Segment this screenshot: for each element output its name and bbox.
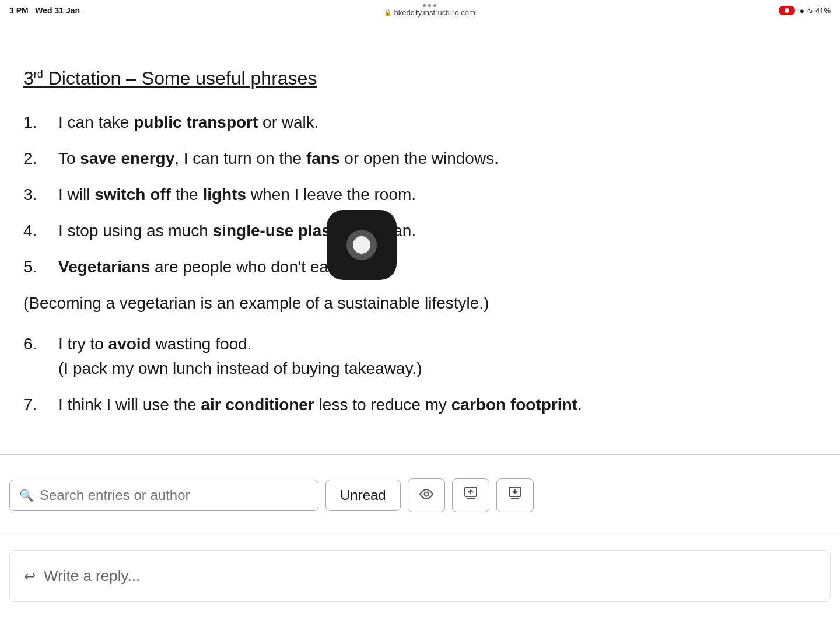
list-item: 3. I will switch off the lights when I l…: [23, 183, 817, 207]
status-center: 🔒 hkedcity.instructure.com: [384, 4, 475, 17]
reply-area[interactable]: ↩ Write a reply...: [9, 550, 831, 602]
status-right: ● ∿ 41%: [779, 6, 831, 15]
list-num: 3.: [23, 183, 58, 207]
wifi-icon: ●: [800, 6, 804, 15]
camera-overlay: [327, 210, 397, 280]
list-num: 4.: [23, 219, 58, 243]
separator: [0, 454, 840, 455]
list-item: 5. Vegetarians are people who don't eat …: [23, 255, 817, 279]
list-item: 1. I can take public transport or walk.: [23, 110, 817, 135]
upload-icon: [463, 486, 478, 505]
list-text: To save energy, I can turn on the fans o…: [58, 146, 817, 171]
camera-inner: [346, 230, 377, 260]
lock-icon: 🔒: [384, 9, 392, 16]
title-sup: rd: [34, 68, 43, 80]
title-main: Dictation – Some useful phrases: [43, 68, 317, 89]
reply-icon: ↩: [24, 568, 36, 584]
list-item: 6. I try to avoid wasting food. (I pack …: [23, 332, 817, 381]
bottom-toolbar: 🔍 Unread: [0, 469, 840, 522]
separator-2: [0, 536, 840, 536]
list-text: I can take public transport or walk.: [58, 110, 817, 135]
download-button[interactable]: [496, 478, 534, 512]
status-time-date: 3 PM Wed 31 Jan: [9, 6, 80, 15]
eye-icon: [419, 488, 434, 503]
parenthetical-1: (Becoming a vegetarian is an example of …: [23, 291, 817, 316]
list-text: Vegetarians are people who don't eat m: [58, 255, 817, 279]
search-input[interactable]: [40, 487, 309, 503]
reply-text: Write a reply...: [44, 567, 140, 585]
content-area: 3rd Dictation – Some useful phrases 1. I…: [0, 21, 840, 440]
sub-note: (I pack my own lunch instead of buying t…: [58, 359, 422, 377]
wifi-bars: ∿: [807, 6, 813, 15]
url-text: hkedcity.instructure.com: [394, 8, 475, 17]
content-list: 1. I can take public transport or walk. …: [23, 110, 817, 279]
record-dot: [785, 8, 789, 13]
list-num: 1.: [23, 110, 58, 135]
status-date: Wed 31 Jan: [35, 6, 80, 15]
content-list-2: 6. I try to avoid wasting food. (I pack …: [23, 332, 817, 417]
battery-wifi: ● ∿ 41%: [800, 6, 831, 15]
status-dots: [423, 4, 436, 7]
svg-point-0: [424, 492, 428, 496]
search-icon: 🔍: [19, 488, 34, 502]
url-bar[interactable]: 🔒 hkedcity.instructure.com: [384, 8, 475, 17]
upload-button[interactable]: [452, 478, 489, 512]
list-item: 4. I stop using as much single-use plast…: [23, 219, 817, 243]
list-num: 7.: [23, 393, 58, 417]
camera-lens: [353, 236, 370, 254]
search-container[interactable]: 🔍: [9, 480, 318, 511]
dot-3: [433, 4, 436, 7]
eye-button[interactable]: [408, 478, 445, 512]
dot-1: [423, 4, 426, 7]
dot-2: [428, 4, 431, 7]
page-title: 3rd Dictation – Some useful phrases: [23, 68, 817, 89]
list-num: 5.: [23, 255, 58, 279]
record-button[interactable]: [779, 6, 795, 15]
status-bar: 3 PM Wed 31 Jan 🔒 hkedcity.instructure.c…: [0, 0, 840, 21]
unread-label: Unread: [340, 487, 386, 503]
title-number: 3: [23, 68, 34, 89]
unread-button[interactable]: Unread: [326, 480, 401, 511]
list-num: 6.: [23, 332, 58, 381]
status-time: 3 PM: [9, 6, 29, 15]
list-text: I try to avoid wasting food. (I pack my …: [58, 332, 817, 381]
list-text: I will switch off the lights when I leav…: [58, 183, 817, 207]
list-text: I stop using as much single-use plastic …: [58, 219, 817, 243]
list-item: 2. To save energy, I can turn on the fan…: [23, 146, 817, 171]
download-icon: [508, 486, 523, 505]
list-text: I think I will use the air conditioner l…: [58, 393, 817, 417]
list-num: 2.: [23, 146, 58, 171]
list-item: 7. I think I will use the air conditione…: [23, 393, 817, 417]
battery-text: 41%: [816, 6, 831, 15]
